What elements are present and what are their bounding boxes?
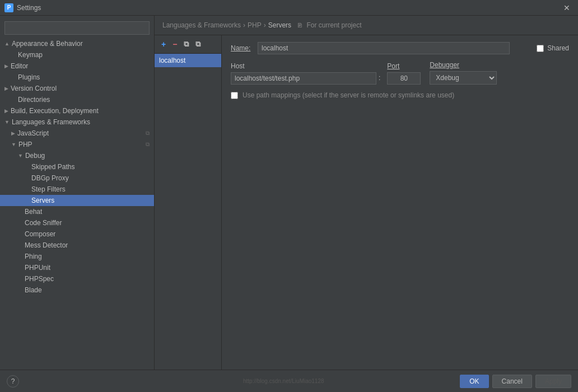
sidebar-item-label: Plugins: [18, 73, 40, 81]
breadcrumb-part-3: Servers: [268, 21, 291, 29]
arrow-icon: ▼: [4, 119, 10, 125]
search-input[interactable]: [4, 21, 150, 35]
shared-checkbox[interactable]: [537, 45, 544, 52]
content-body: + − ⧉ ⧉ localhost Name: Shared: [155, 35, 578, 370]
bottom-buttons: OK Cancel Apply: [460, 375, 571, 388]
bottom-bar: ? http://blog.csdn.net/LiuMiao1128 OK Ca…: [0, 370, 578, 392]
arrow-icon: ▲: [4, 41, 10, 46]
arrow-icon: ▶: [4, 86, 8, 91]
path-mapping-checkbox[interactable]: [231, 92, 238, 99]
sidebar-item-debug[interactable]: ▼Debug: [0, 150, 154, 161]
apply-button[interactable]: Apply: [535, 375, 571, 388]
sidebar-item-stepfilters[interactable]: Step Filters: [0, 184, 154, 195]
breadcrumb-part-2: PHP: [248, 21, 262, 29]
sidebar-item-label: DBGp Proxy: [31, 174, 69, 182]
server-entry-localhost[interactable]: localhost: [155, 54, 221, 67]
sidebar-item-label: Behat: [25, 208, 42, 216]
name-input[interactable]: [258, 42, 510, 54]
sidebar-item-label: Directories: [18, 96, 50, 104]
sidebar-item-label: Mess Detector: [25, 241, 68, 249]
shared-label: Shared: [547, 44, 569, 52]
server-list: localhost: [155, 54, 221, 370]
content-area: Languages & Frameworks › PHP › Servers 🖹…: [155, 16, 578, 370]
path-mapping-label: Use path mappings (select if the server …: [243, 91, 454, 99]
sidebar-item-versioncontrol[interactable]: ▶Version Control: [0, 83, 154, 94]
sidebar-item-label: Editor: [11, 62, 28, 70]
sidebar-item-label: Step Filters: [31, 185, 66, 193]
sidebar-item-servers[interactable]: Servers: [0, 195, 154, 206]
cancel-button[interactable]: Cancel: [492, 375, 532, 388]
sidebar-item-keymap[interactable]: Keymap: [0, 49, 154, 60]
sidebar-items-container: ▲Appearance & BehaviorKeymap▶EditorPlugi…: [0, 38, 154, 296]
arrow-icon: ▶: [4, 63, 8, 69]
host-port-row: Host : Port Debugger Xdebug Zend Debugge…: [231, 61, 569, 85]
ok-button[interactable]: OK: [460, 375, 488, 388]
sidebar-item-phpunit[interactable]: PHPUnit: [0, 262, 154, 273]
arrow-icon: ▶: [4, 108, 8, 114]
sidebar-item-label: Servers: [31, 197, 54, 204]
copy-icon: ⧉: [146, 141, 150, 148]
sidebar-item-label: Languages & Frameworks: [12, 118, 90, 126]
title-bar: P Settings ✕: [0, 0, 578, 16]
host-input[interactable]: [231, 72, 376, 85]
sidebar-item-composer[interactable]: Composer: [0, 228, 154, 240]
remove-server-button[interactable]: −: [170, 39, 179, 50]
sidebar-item-label: Appearance & Behavior: [12, 40, 83, 48]
add-server-button[interactable]: +: [159, 39, 168, 50]
sidebar-item-label: Keymap: [18, 51, 43, 59]
close-button[interactable]: ✕: [560, 2, 574, 13]
sidebar-item-skippedpaths[interactable]: Skipped Paths: [0, 161, 154, 172]
path-mapping-row: Use path mappings (select if the server …: [231, 91, 569, 99]
shared-container: Shared: [537, 44, 569, 52]
breadcrumb-part-1: Languages & Frameworks: [162, 21, 241, 29]
sidebar-item-phing[interactable]: Phing: [0, 251, 154, 262]
sidebar-item-build[interactable]: ▶Build, Execution, Deployment: [0, 105, 154, 116]
server-config-form: Name: Shared Host : Port: [222, 35, 578, 370]
app-icon: P: [4, 3, 13, 12]
port-field-label: Port: [387, 62, 421, 70]
debugger-field-label: Debugger: [430, 61, 497, 69]
sidebar-item-label: Blade: [25, 286, 42, 294]
sidebar-item-label: JavaScript: [17, 129, 49, 137]
arrow-icon: ▶: [11, 130, 15, 136]
window-title: Settings: [17, 4, 41, 12]
colon-separator: :: [379, 74, 380, 85]
sidebar-item-label: PHPUnit: [25, 264, 50, 272]
sidebar-item-behat[interactable]: Behat: [0, 206, 154, 217]
sidebar-item-editor[interactable]: ▶Editor: [0, 60, 154, 72]
sidebar-item-javascript[interactable]: ▶JavaScript⧉: [0, 128, 154, 139]
help-button[interactable]: ?: [7, 375, 19, 388]
sidebar-item-dbgpproxy[interactable]: DBGp Proxy: [0, 172, 154, 184]
copy-server-button-1[interactable]: ⧉: [181, 39, 191, 50]
breadcrumb: Languages & Frameworks › PHP › Servers 🖹…: [155, 16, 578, 35]
sidebar-item-label: PHP: [18, 141, 32, 148]
sidebar-item-label: Skipped Paths: [31, 163, 74, 171]
main-container: ▲Appearance & BehaviorKeymap▶EditorPlugi…: [0, 16, 578, 370]
port-section: Port: [387, 62, 421, 85]
sidebar-item-directories[interactable]: Directories: [0, 94, 154, 105]
sidebar-item-plugins[interactable]: Plugins: [0, 72, 154, 83]
sidebar-item-appearance[interactable]: ▲Appearance & Behavior: [0, 38, 154, 49]
host-section: Host: [231, 62, 376, 85]
sidebar-item-blade[interactable]: Blade: [0, 284, 154, 296]
debugger-section: Debugger Xdebug Zend Debugger None: [430, 61, 497, 85]
sidebar-item-langfw[interactable]: ▼Languages & Frameworks: [0, 116, 154, 128]
port-input[interactable]: [387, 72, 421, 85]
bottom-left: ?: [7, 375, 19, 388]
sidebar-item-label: Version Control: [11, 85, 57, 92]
sidebar-item-label: Build, Execution, Deployment: [11, 107, 99, 115]
debugger-select[interactable]: Xdebug Zend Debugger None: [430, 71, 497, 85]
host-field-label: Host: [231, 62, 376, 70]
sidebar-item-label: Code Sniffer: [25, 219, 62, 227]
copy-server-button-2[interactable]: ⧉: [193, 39, 203, 50]
sidebar-item-label: Phing: [25, 253, 42, 260]
copy-icon: ⧉: [146, 130, 150, 137]
sidebar-item-label: PHPSpec: [25, 275, 54, 283]
watermark: http://blog.csdn.net/LiuMiao1128: [243, 378, 324, 384]
sidebar-item-php[interactable]: ▼PHP⧉: [0, 139, 154, 150]
sidebar-item-codesniffer[interactable]: Code Sniffer: [0, 217, 154, 228]
sidebar: ▲Appearance & BehaviorKeymap▶EditorPlugi…: [0, 16, 155, 370]
arrow-icon: ▼: [18, 153, 23, 158]
sidebar-item-phpspec[interactable]: PHPSpec: [0, 273, 154, 284]
sidebar-item-messdetector[interactable]: Mess Detector: [0, 240, 154, 251]
